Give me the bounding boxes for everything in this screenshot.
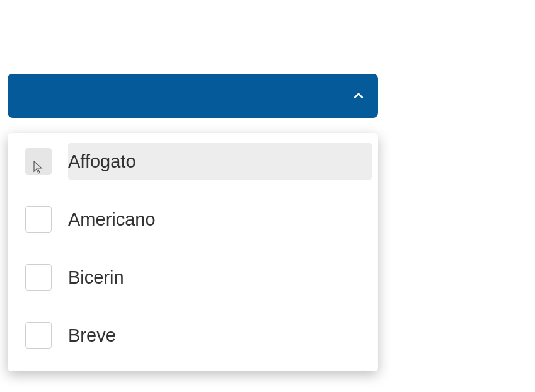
checkbox-americano[interactable] bbox=[25, 206, 52, 233]
option-label: Bicerin bbox=[68, 267, 124, 288]
option-breve[interactable]: Breve bbox=[13, 317, 373, 354]
option-affogato[interactable]: Affogato bbox=[13, 143, 373, 180]
chevron-up-icon bbox=[352, 89, 365, 103]
option-label: Americano bbox=[68, 209, 156, 230]
multi-select-dropdown: Affogato Americano Bicerin Breve bbox=[8, 74, 378, 371]
option-label: Breve bbox=[68, 325, 116, 346]
dropdown-divider bbox=[340, 79, 340, 113]
option-label: Affogato bbox=[68, 151, 136, 172]
checkbox-affogato[interactable] bbox=[25, 148, 52, 175]
checkbox-breve[interactable] bbox=[25, 322, 52, 349]
dropdown-options-panel: Affogato Americano Bicerin Breve bbox=[8, 133, 378, 371]
checkbox-bicerin[interactable] bbox=[25, 264, 52, 291]
option-bicerin[interactable]: Bicerin bbox=[13, 259, 373, 296]
dropdown-toggle-button[interactable] bbox=[8, 74, 378, 118]
option-americano[interactable]: Americano bbox=[13, 201, 373, 238]
